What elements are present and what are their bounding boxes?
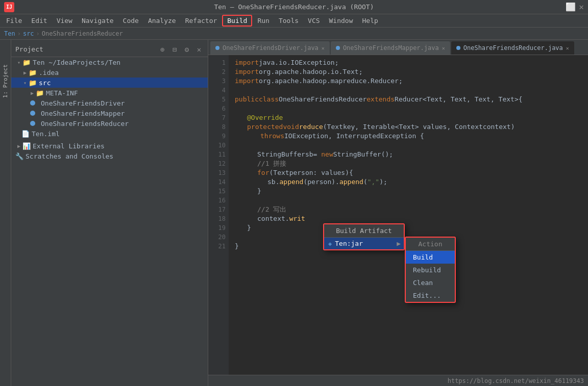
- tree-label: OneShareFriendsMapper: [41, 110, 125, 117]
- tree-item-iml[interactable]: 📄 Ten.iml: [11, 128, 208, 139]
- code-line-12: //1 拼接: [235, 159, 584, 168]
- line-num-12: 12: [208, 159, 226, 168]
- sidebar-collapse-btn[interactable]: ⊟: [170, 45, 179, 54]
- ba-item-tenjar[interactable]: ◈ Ten:jar ▶: [324, 238, 404, 249]
- expand-arrow: ▶: [21, 69, 29, 76]
- sidebar-add-btn[interactable]: ⊕: [158, 45, 167, 54]
- breadcrumb-part-1[interactable]: src: [23, 30, 34, 37]
- menu-item-vcs[interactable]: VCS: [304, 16, 324, 25]
- menu-item-navigate[interactable]: Navigate: [78, 16, 118, 25]
- code-line-9: throws IOException, InterruptedException…: [235, 132, 584, 141]
- java-dot-icon: [456, 46, 460, 50]
- java-icon: [29, 99, 37, 107]
- vtab-project[interactable]: 1: Project: [1, 60, 10, 102]
- menu-item-help[interactable]: Help: [358, 16, 382, 25]
- window-controls[interactable]: ⬜ ✕: [566, 2, 584, 12]
- tree-label: OneShareFriendsDriver: [41, 99, 125, 107]
- tree-item-driver[interactable]: OneShareFriendsDriver: [11, 98, 208, 108]
- java-dot-icon: [336, 46, 340, 50]
- tree-item-extlibs[interactable]: ▶ 📊 External Libraries: [11, 141, 208, 151]
- line-num-18: 18: [208, 214, 226, 223]
- action-item-build[interactable]: Build: [406, 251, 455, 264]
- tab-mapper[interactable]: OneShareFriendsMapper.java ✕: [331, 41, 450, 55]
- menu-item-build[interactable]: Build: [222, 15, 252, 27]
- code-line-11: StringBuffer sb = new StringBuffer();: [235, 150, 584, 159]
- sidebar-title: Project: [15, 45, 155, 53]
- build-artifact-menu: Build Artifact ◈ Ten:jar ▶ Action Build …: [323, 223, 405, 250]
- menu-item-code[interactable]: Code: [119, 16, 143, 25]
- tab-driver[interactable]: OneShareFriendsDriver.java ✕: [210, 41, 330, 55]
- menu-item-run[interactable]: Run: [253, 16, 273, 25]
- expand-arrow: ▶: [15, 142, 22, 149]
- code-area[interactable]: import java.io.IOException; import org.a…: [229, 55, 588, 386]
- tab-label: OneShareFriendsReducer.java: [463, 44, 563, 52]
- iml-icon: 📄: [21, 130, 30, 138]
- tree-label: Scratches and Consoles: [26, 152, 113, 160]
- tree-item-ten[interactable]: ▾ 📁 Ten ~/IdeaProjects/Ten: [11, 57, 208, 67]
- context-menu-overlay: Build Artifact ◈ Ten:jar ▶ Action Build …: [323, 223, 405, 250]
- menu-item-file[interactable]: File: [2, 16, 26, 25]
- sidebar-settings-btn[interactable]: ⚙: [182, 45, 191, 54]
- tree-item-reducer[interactable]: OneShareFriendsReducer: [11, 118, 208, 128]
- tree-label: .idea: [39, 69, 59, 76]
- tree-item-mapper[interactable]: OneShareFriendsMapper: [11, 108, 208, 118]
- menu-item-analyze[interactable]: Analyze: [144, 16, 180, 25]
- close-icon[interactable]: ✕: [579, 2, 584, 12]
- menu-bar: FileEditViewNavigateCodeAnalyzeRefactorB…: [0, 14, 588, 28]
- java-icon: [29, 109, 37, 117]
- action-submenu: Action Build Rebuild Clean Edit...: [405, 237, 456, 303]
- tab-reducer[interactable]: OneShareFriendsReducer.java ✕: [451, 41, 574, 55]
- build-artifact-title: Build Artifact: [324, 224, 404, 238]
- maximize-icon[interactable]: ⬜: [566, 2, 576, 12]
- tab-label: OneShareFriendsDriver.java: [223, 44, 318, 52]
- tree-label: Ten ~/IdeaProjects/Ten: [33, 59, 120, 66]
- tree-item-metainf[interactable]: ▶ 📁 META-INF: [11, 88, 208, 98]
- tab-close-icon[interactable]: ✕: [322, 45, 325, 51]
- title-bar: IJ Ten – OneShareFriendsReducer.java (RO…: [0, 0, 588, 14]
- tree-item-src[interactable]: ▾ 📁 src: [11, 78, 208, 88]
- tree-item-scratches[interactable]: 🔧 Scratches and Consoles: [11, 151, 208, 161]
- tab-close-icon[interactable]: ✕: [442, 45, 445, 51]
- tree-label: src: [39, 79, 51, 87]
- ba-item-label: Ten:jar: [335, 240, 363, 247]
- line-num-2: 2: [208, 67, 226, 76]
- code-line-2: import org.apache.hadoop.io.Text;: [235, 67, 584, 76]
- vertical-tabs: 1: Project: [0, 40, 11, 386]
- code-line-8: protected void reduce(Text key, Iterable…: [235, 122, 584, 132]
- line-numbers: 1 2 3 4 5 6 7 8 9 10 11 12 13 14 15 16 1…: [208, 55, 229, 386]
- app-logo: IJ: [4, 2, 14, 12]
- status-bar: https://blog.csdn.net/weixin_46119343: [208, 375, 588, 386]
- tree-label: OneShareFriendsReducer: [41, 120, 129, 127]
- sidebar-content: Project ⊕ ⊟ ⚙ ✕ ▾ 📁 Ten ~/IdeaProjects/T…: [11, 40, 208, 386]
- menu-item-refactor[interactable]: Refactor: [181, 16, 222, 25]
- action-item-clean[interactable]: Clean: [406, 276, 455, 289]
- menu-item-window[interactable]: Window: [325, 16, 357, 25]
- menu-item-edit[interactable]: Edit: [27, 16, 51, 25]
- java-dot-icon: [215, 46, 219, 50]
- line-num-21: 21: [208, 242, 226, 251]
- sidebar-close-btn[interactable]: ✕: [194, 45, 204, 54]
- code-line-4: [235, 86, 584, 95]
- line-num-8: 8: [208, 122, 226, 132]
- line-num-17: 17: [208, 205, 226, 214]
- scratch-icon: 🔧: [15, 152, 23, 160]
- window-title: Ten – OneShareFriendsReducer.java (ROOT): [214, 3, 374, 11]
- tab-close-icon[interactable]: ✕: [566, 45, 569, 51]
- menu-item-tools[interactable]: Tools: [275, 16, 303, 25]
- line-num-7: 7: [208, 113, 226, 122]
- code-line-3: import org.apache.hadoop.mapreduce.Reduc…: [235, 76, 584, 86]
- expand-arrow: ▾: [15, 59, 22, 66]
- tree-item-idea[interactable]: ▶ 📁 .idea: [11, 67, 208, 78]
- lib-icon: 📊: [22, 142, 31, 150]
- line-num-10: 10: [208, 141, 226, 150]
- action-item-edit[interactable]: Edit...: [406, 289, 455, 302]
- menu-item-view[interactable]: View: [53, 16, 77, 25]
- line-num-1: 1: [208, 58, 226, 67]
- tree-label: External Libraries: [33, 142, 105, 150]
- code-line-15: }: [235, 187, 584, 196]
- line-num-3: 3: [208, 76, 226, 86]
- breadcrumb-part-0[interactable]: Ten: [4, 30, 15, 37]
- code-line-19: }: [235, 223, 584, 233]
- line-num-19: 19: [208, 223, 226, 233]
- action-item-rebuild[interactable]: Rebuild: [406, 264, 455, 276]
